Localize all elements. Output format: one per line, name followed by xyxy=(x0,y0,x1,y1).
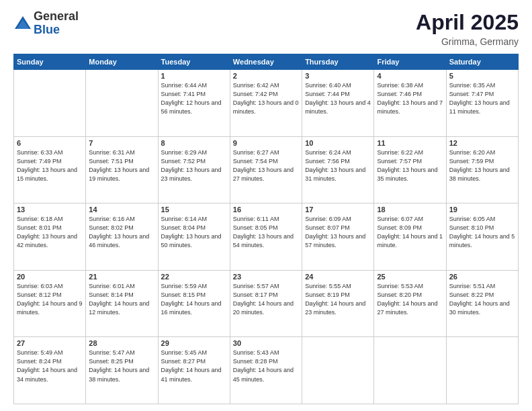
table-row: 21Sunrise: 6:01 AM Sunset: 8:14 PM Dayli… xyxy=(86,270,158,337)
day-info: Sunrise: 6:22 AM Sunset: 7:57 PM Dayligh… xyxy=(377,148,443,183)
table-row: 18Sunrise: 6:07 AM Sunset: 8:09 PM Dayli… xyxy=(374,203,446,271)
col-tuesday: Tuesday xyxy=(158,54,230,70)
day-info: Sunrise: 6:11 AM Sunset: 8:05 PM Dayligh… xyxy=(233,215,299,250)
day-number: 1 xyxy=(161,72,227,80)
day-number: 18 xyxy=(377,205,443,214)
day-number: 17 xyxy=(305,205,371,214)
day-number: 23 xyxy=(233,273,299,281)
day-info: Sunrise: 5:47 AM Sunset: 8:25 PM Dayligh… xyxy=(89,349,154,383)
header: General Blue April 2025 Grimma, Germany xyxy=(13,10,519,47)
day-info: Sunrise: 5:51 AM Sunset: 8:22 PM Dayligh… xyxy=(449,282,515,317)
logo-general-text: General xyxy=(34,10,79,24)
table-row: 4Sunrise: 6:38 AM Sunset: 7:46 PM Daylig… xyxy=(374,70,446,137)
day-number: 30 xyxy=(233,339,299,347)
day-info: Sunrise: 5:59 AM Sunset: 8:15 PM Dayligh… xyxy=(161,282,227,317)
table-row: 5Sunrise: 6:35 AM Sunset: 7:47 PM Daylig… xyxy=(446,70,518,137)
day-number: 8 xyxy=(161,139,227,147)
table-row: 3Sunrise: 6:40 AM Sunset: 7:44 PM Daylig… xyxy=(302,70,374,137)
day-info: Sunrise: 6:35 AM Sunset: 7:47 PM Dayligh… xyxy=(449,81,515,116)
day-info: Sunrise: 6:42 AM Sunset: 7:42 PM Dayligh… xyxy=(233,81,299,116)
table-row: 20Sunrise: 6:03 AM Sunset: 8:12 PM Dayli… xyxy=(14,270,86,337)
calendar-week-row: 27Sunrise: 5:49 AM Sunset: 8:24 PM Dayli… xyxy=(14,337,519,404)
day-info: Sunrise: 6:38 AM Sunset: 7:46 PM Dayligh… xyxy=(377,81,443,116)
table-row: 8Sunrise: 6:29 AM Sunset: 7:52 PM Daylig… xyxy=(158,136,230,203)
table-row: 29Sunrise: 5:45 AM Sunset: 8:27 PM Dayli… xyxy=(158,337,230,404)
calendar-week-row: 13Sunrise: 6:18 AM Sunset: 8:01 PM Dayli… xyxy=(14,203,519,271)
day-info: Sunrise: 6:14 AM Sunset: 8:04 PM Dayligh… xyxy=(161,215,227,250)
day-info: Sunrise: 6:24 AM Sunset: 7:56 PM Dayligh… xyxy=(305,148,371,183)
day-number: 25 xyxy=(377,273,443,281)
table-row xyxy=(302,337,374,404)
day-number: 21 xyxy=(89,273,154,281)
logo: General Blue xyxy=(13,10,79,37)
day-info: Sunrise: 5:55 AM Sunset: 8:19 PM Dayligh… xyxy=(305,282,371,317)
day-number: 13 xyxy=(17,205,83,214)
day-number: 11 xyxy=(377,139,443,147)
col-friday: Friday xyxy=(374,54,446,70)
table-row: 27Sunrise: 5:49 AM Sunset: 8:24 PM Dayli… xyxy=(14,337,86,404)
calendar-table: Sunday Monday Tuesday Wednesday Thursday… xyxy=(13,54,519,404)
day-number: 2 xyxy=(233,72,299,80)
day-info: Sunrise: 6:40 AM Sunset: 7:44 PM Dayligh… xyxy=(305,81,371,116)
day-number: 22 xyxy=(161,273,227,281)
day-info: Sunrise: 6:07 AM Sunset: 8:09 PM Dayligh… xyxy=(377,215,443,250)
table-row xyxy=(374,337,446,404)
day-number: 20 xyxy=(17,273,83,281)
table-row xyxy=(446,337,518,404)
day-info: Sunrise: 6:44 AM Sunset: 7:41 PM Dayligh… xyxy=(161,81,227,116)
day-number: 27 xyxy=(17,339,83,347)
location-title: Grimma, Germany xyxy=(416,36,519,47)
table-row: 15Sunrise: 6:14 AM Sunset: 8:04 PM Dayli… xyxy=(158,203,230,271)
table-row: 7Sunrise: 6:31 AM Sunset: 7:51 PM Daylig… xyxy=(86,136,158,203)
day-info: Sunrise: 6:01 AM Sunset: 8:14 PM Dayligh… xyxy=(89,282,154,317)
table-row: 30Sunrise: 5:43 AM Sunset: 8:28 PM Dayli… xyxy=(230,337,302,404)
day-number: 4 xyxy=(377,72,443,80)
day-info: Sunrise: 6:09 AM Sunset: 8:07 PM Dayligh… xyxy=(305,215,371,250)
calendar-week-row: 20Sunrise: 6:03 AM Sunset: 8:12 PM Dayli… xyxy=(14,270,519,337)
day-number: 3 xyxy=(305,72,371,80)
month-title: April 2025 xyxy=(416,10,519,35)
day-info: Sunrise: 6:20 AM Sunset: 7:59 PM Dayligh… xyxy=(449,148,515,183)
calendar-header-row: Sunday Monday Tuesday Wednesday Thursday… xyxy=(14,54,519,70)
day-number: 12 xyxy=(449,139,515,147)
page: General Blue April 2025 Grimma, Germany … xyxy=(0,0,532,411)
day-number: 19 xyxy=(449,205,515,214)
day-info: Sunrise: 5:45 AM Sunset: 8:27 PM Dayligh… xyxy=(161,349,227,383)
table-row: 1Sunrise: 6:44 AM Sunset: 7:41 PM Daylig… xyxy=(158,70,230,137)
title-block: April 2025 Grimma, Germany xyxy=(416,10,519,47)
col-saturday: Saturday xyxy=(446,54,518,70)
day-number: 9 xyxy=(233,139,299,147)
day-number: 26 xyxy=(449,273,515,281)
table-row: 10Sunrise: 6:24 AM Sunset: 7:56 PM Dayli… xyxy=(302,136,374,203)
day-info: Sunrise: 6:31 AM Sunset: 7:51 PM Dayligh… xyxy=(89,148,154,183)
table-row: 14Sunrise: 6:16 AM Sunset: 8:02 PM Dayli… xyxy=(86,203,158,271)
day-number: 10 xyxy=(305,139,371,147)
day-info: Sunrise: 6:33 AM Sunset: 7:49 PM Dayligh… xyxy=(17,148,83,183)
table-row: 6Sunrise: 6:33 AM Sunset: 7:49 PM Daylig… xyxy=(14,136,86,203)
day-info: Sunrise: 6:18 AM Sunset: 8:01 PM Dayligh… xyxy=(17,215,83,250)
table-row: 26Sunrise: 5:51 AM Sunset: 8:22 PM Dayli… xyxy=(446,270,518,337)
table-row: 25Sunrise: 5:53 AM Sunset: 8:20 PM Dayli… xyxy=(374,270,446,337)
day-info: Sunrise: 5:53 AM Sunset: 8:20 PM Dayligh… xyxy=(377,282,443,317)
table-row: 13Sunrise: 6:18 AM Sunset: 8:01 PM Dayli… xyxy=(14,203,86,271)
day-info: Sunrise: 5:43 AM Sunset: 8:28 PM Dayligh… xyxy=(233,349,299,383)
day-number: 5 xyxy=(449,72,515,80)
table-row: 12Sunrise: 6:20 AM Sunset: 7:59 PM Dayli… xyxy=(446,136,518,203)
day-number: 15 xyxy=(161,205,227,214)
table-row: 11Sunrise: 6:22 AM Sunset: 7:57 PM Dayli… xyxy=(374,136,446,203)
day-number: 6 xyxy=(17,139,83,147)
table-row: 16Sunrise: 6:11 AM Sunset: 8:05 PM Dayli… xyxy=(230,203,302,271)
col-sunday: Sunday xyxy=(14,54,86,70)
day-number: 29 xyxy=(161,339,227,347)
col-wednesday: Wednesday xyxy=(230,54,302,70)
table-row xyxy=(86,70,158,137)
day-number: 28 xyxy=(89,339,154,347)
table-row: 9Sunrise: 6:27 AM Sunset: 7:54 PM Daylig… xyxy=(230,136,302,203)
table-row: 2Sunrise: 6:42 AM Sunset: 7:42 PM Daylig… xyxy=(230,70,302,137)
day-info: Sunrise: 6:05 AM Sunset: 8:10 PM Dayligh… xyxy=(449,215,515,250)
table-row: 28Sunrise: 5:47 AM Sunset: 8:25 PM Dayli… xyxy=(86,337,158,404)
day-number: 16 xyxy=(233,205,299,214)
day-number: 24 xyxy=(305,273,371,281)
table-row: 17Sunrise: 6:09 AM Sunset: 8:07 PM Dayli… xyxy=(302,203,374,271)
calendar-week-row: 1Sunrise: 6:44 AM Sunset: 7:41 PM Daylig… xyxy=(14,70,519,137)
